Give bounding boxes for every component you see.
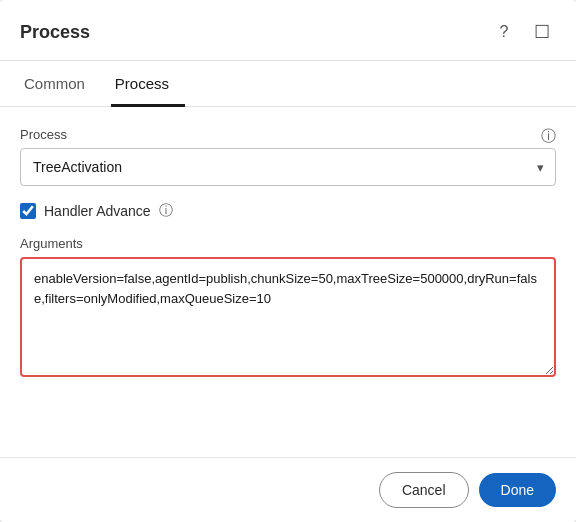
process-field-group: Process TreeActivation TreeDeactivation …	[20, 127, 556, 186]
dialog: Process ? ☐ Common Process ⓘ Process Tre…	[0, 0, 576, 522]
tab-common[interactable]: Common	[20, 61, 101, 107]
handler-advance-label: Handler Advance	[44, 203, 151, 219]
arguments-textarea[interactable]: enableVersion=false,agentId=publish,chun…	[20, 257, 556, 377]
cancel-button[interactable]: Cancel	[379, 472, 469, 508]
arguments-label: Arguments	[20, 236, 556, 251]
tab-bar: Common Process	[0, 61, 576, 107]
dialog-footer: Cancel Done	[0, 457, 576, 522]
dialog-body: ⓘ Process TreeActivation TreeDeactivatio…	[0, 107, 576, 457]
dialog-header: Process ? ☐	[0, 0, 576, 61]
help-icon: ?	[500, 23, 509, 41]
fullscreen-button[interactable]: ☐	[528, 18, 556, 46]
process-select[interactable]: TreeActivation TreeDeactivation	[20, 148, 556, 186]
header-icons: ? ☐	[490, 18, 556, 46]
handler-advance-info-icon[interactable]: ⓘ	[159, 202, 173, 220]
handler-advance-row: Handler Advance ⓘ	[20, 202, 556, 220]
process-select-wrapper: TreeActivation TreeDeactivation ▾	[20, 148, 556, 186]
tab-process[interactable]: Process	[111, 61, 185, 107]
process-label: Process	[20, 127, 556, 142]
done-button[interactable]: Done	[479, 473, 556, 507]
dialog-title: Process	[20, 22, 90, 43]
help-button[interactable]: ?	[490, 18, 518, 46]
handler-advance-checkbox[interactable]	[20, 203, 36, 219]
arguments-field-group: Arguments enableVersion=false,agentId=pu…	[20, 236, 556, 377]
section-info-icon[interactable]: ⓘ	[541, 127, 556, 146]
fullscreen-icon: ☐	[534, 21, 550, 43]
